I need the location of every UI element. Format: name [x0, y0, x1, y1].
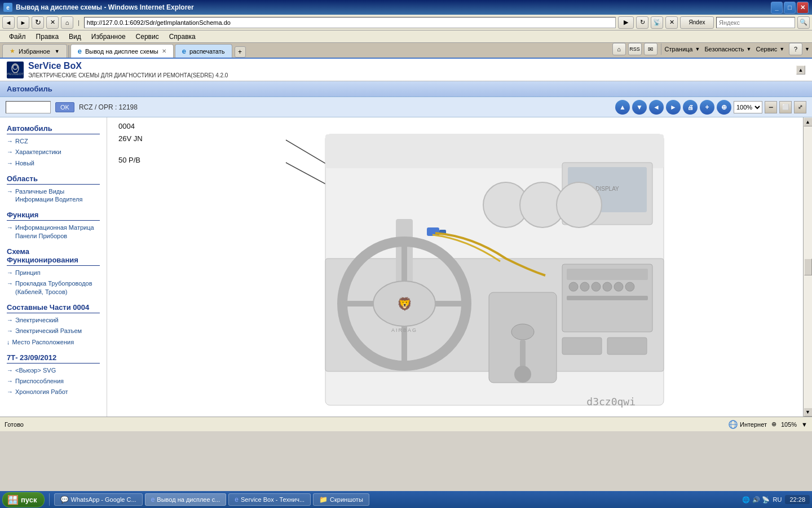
menu-help[interactable]: Справка: [165, 32, 200, 42]
zoom-plus-button[interactable]: +: [700, 100, 714, 115]
security-menu[interactable]: Безопасность: [704, 46, 744, 52]
go-button[interactable]: ▶: [618, 16, 634, 29]
page-menu[interactable]: Страница: [665, 46, 693, 52]
home-icon[interactable]: ⌂: [612, 43, 626, 55]
sidebar-prokladka-label: Прокладка Трубопроводов (Кабелей, Тросов…: [15, 279, 100, 296]
address-input[interactable]: [84, 17, 616, 28]
sidebar-link-mesto[interactable]: ↓ Место Расположения: [7, 338, 100, 347]
taskbar-whatsapp[interactable]: 💬 WhatsApp - Google C...: [54, 493, 143, 506]
taskbar-servicebox[interactable]: e Service Box - Технич...: [228, 493, 311, 506]
arrow-icon-6: →: [7, 269, 13, 277]
fullscreen-button[interactable]: ⬜: [779, 101, 792, 113]
search-refresh-icon[interactable]: ↻: [636, 16, 648, 29]
nav-right-button[interactable]: ►: [666, 100, 681, 115]
tab-favorites[interactable]: ★ Избранное ▼: [2, 44, 67, 58]
zoom-out-button[interactable]: −: [765, 101, 777, 113]
search-toolbar: OK RCZ / OPR : 12198 ▲ ▼ ◄ ► 🖨 + ⊕ 100% …: [0, 97, 812, 117]
sidebar-link-razlichnye[interactable]: → Различные Виды Информации Водителя: [7, 187, 100, 204]
help-button[interactable]: ?: [789, 43, 802, 55]
tab-print[interactable]: e распечатать: [175, 44, 232, 58]
nav-down-button[interactable]: ▼: [632, 100, 647, 115]
menu-view[interactable]: Вид: [64, 32, 86, 42]
search-input[interactable]: [716, 17, 795, 28]
sidebar-link-prisposobleniya[interactable]: → Приспособления: [7, 376, 100, 386]
svg-rect-38: [562, 338, 602, 354]
sidebar-link-chars[interactable]: → Характеристики: [7, 147, 100, 156]
sidebar-link-viewer[interactable]: → <Вьюэр> SVG: [7, 366, 100, 375]
menu-edit[interactable]: Правка: [32, 32, 64, 42]
service-box-title: SerVice BoX: [28, 61, 228, 71]
section-title: Автомобиль: [7, 85, 52, 93]
scroll-thumb[interactable]: [804, 259, 812, 275]
nav-up-button[interactable]: ▲: [615, 100, 630, 115]
sidebar-link-info[interactable]: → Информационная Матрица Панели Приборов: [7, 223, 100, 240]
yandex-icon[interactable]: Яndex: [680, 16, 714, 29]
taskbar-icons: 🌐 🔊 📡: [742, 496, 769, 503]
close-button[interactable]: ✕: [797, 2, 809, 14]
sidebar-link-electric[interactable]: → Электрический: [7, 316, 100, 325]
arrow-icon-12: →: [7, 388, 13, 396]
sidebar-link-chronologiya[interactable]: → Хронология Работ: [7, 387, 100, 396]
svg-text:d3cz0qwi: d3cz0qwi: [586, 396, 636, 408]
status-bar: Готово Интернет ⊕ 105% ▼: [0, 417, 812, 431]
refresh-button[interactable]: ↻: [32, 16, 44, 29]
service-menu[interactable]: Сервис: [756, 46, 777, 52]
sidebar-link-new[interactable]: → Новый: [7, 159, 100, 168]
menu-service[interactable]: Сервис: [131, 32, 164, 42]
svg-text:🦁: 🦁: [397, 296, 413, 312]
svg-text:AIRBAG: AIRBAG: [391, 327, 417, 333]
minimize-button[interactable]: _: [771, 2, 783, 14]
menu-file[interactable]: Файл: [5, 32, 30, 42]
sidebar-link-razem[interactable]: → Электрический Разъем: [7, 326, 100, 335]
rss-feed-icon[interactable]: RSS: [628, 43, 642, 55]
tab-schema-close[interactable]: ✕: [162, 48, 166, 54]
taskbar-lang: RU: [773, 496, 782, 503]
back-button[interactable]: ◄: [2, 16, 15, 29]
expand-button[interactable]: ⤢: [794, 101, 806, 113]
tab-schema[interactable]: e Вывод на дисплее схемы ✕: [70, 44, 174, 58]
stop-btn2[interactable]: ✕: [665, 16, 678, 29]
new-tab-button[interactable]: +: [235, 46, 246, 58]
service-arrow[interactable]: ▼: [779, 46, 784, 52]
help-arrow[interactable]: ▼: [805, 46, 810, 52]
scroll-up-top[interactable]: ▲: [796, 65, 805, 75]
taskbar-vyvod[interactable]: e Вывод на дисплее с...: [145, 493, 227, 506]
tabs-bar: ★ Избранное ▼ e Вывод на дисплее схемы ✕…: [0, 43, 812, 59]
sidebar-link-prokladka[interactable]: → Прокладка Трубопроводов (Кабелей, Трос…: [7, 279, 100, 296]
zoom-select[interactable]: 100% 75% 125% 150%: [734, 101, 762, 113]
rss-icon[interactable]: 📡: [651, 16, 663, 29]
mail-icon[interactable]: ✉: [644, 43, 657, 55]
sidebar-razlichnye-label: Различные Виды Информации Водителя: [15, 187, 100, 204]
search-field[interactable]: [6, 101, 51, 113]
arrow-icon-2: →: [7, 148, 13, 156]
home-button[interactable]: ⌂: [61, 16, 73, 29]
right-scrollbar[interactable]: ▲ ▼: [803, 117, 812, 417]
stop-button[interactable]: ✕: [46, 16, 59, 29]
address-bar: ◄ ► ↻ ✕ ⌂ | ▶ ↻ 📡 ✕ Яndex 🔍: [0, 15, 812, 30]
header-subtitle: ЭЛЕКТРИЧЕСКИЕ СХЕМЫ ДЛЯ ДИАГНОСТИКИ И РЕ…: [28, 72, 228, 78]
scroll-down-arrow[interactable]: ▼: [804, 408, 813, 417]
print-button[interactable]: 🖨: [683, 100, 698, 115]
nav-left-button[interactable]: ◄: [649, 100, 664, 115]
title-bar: e Вывод на дисплее схемы - Windows Inter…: [0, 0, 812, 15]
sidebar-link-princip[interactable]: → Принцип: [7, 268, 100, 277]
diagram-area: 0004 26V JN 50 P/B: [107, 117, 803, 417]
security-arrow[interactable]: ▼: [747, 46, 752, 52]
search-button[interactable]: 🔍: [797, 16, 810, 29]
menu-favorites[interactable]: Избранное: [87, 32, 130, 42]
maximize-button[interactable]: □: [784, 2, 796, 14]
taskbar-servicebox-label: Service Box - Технич...: [241, 496, 304, 503]
start-button[interactable]: 🪟 пуск: [2, 492, 45, 507]
svg-text:PEUGEOT: PEUGEOT: [7, 72, 24, 76]
section-header: Автомобиль: [0, 81, 812, 97]
sidebar-link-rcz[interactable]: → RCZ: [7, 137, 100, 146]
forward-button[interactable]: ►: [17, 16, 29, 29]
scroll-up-arrow[interactable]: ▲: [804, 117, 813, 126]
magnify-button[interactable]: ⊕: [717, 100, 731, 115]
taskbar-screenshots[interactable]: 📁 Скриншоты: [313, 493, 369, 506]
sidebar-funksiya-title: Функция: [7, 211, 100, 221]
arrow-icon-11: →: [7, 377, 13, 385]
page-arrow[interactable]: ▼: [695, 46, 700, 52]
ok-button[interactable]: OK: [55, 102, 74, 112]
main-content: Автомобиль → RCZ → Характеристики → Новы…: [0, 117, 812, 417]
